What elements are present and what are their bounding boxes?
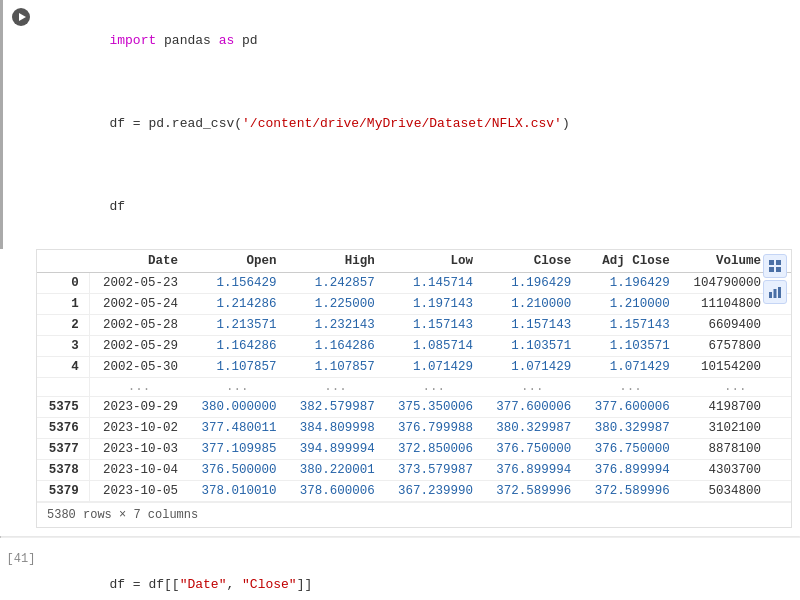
ellipsis-cell: ...	[188, 377, 286, 396]
ellipsis-cell: ...	[483, 377, 581, 396]
cell-number: 380.220001	[300, 463, 375, 477]
cell-numeric: 1.156429	[188, 272, 286, 293]
row-index: 2	[37, 314, 89, 335]
svg-rect-2	[769, 267, 774, 272]
cell-number: 1.213571	[216, 318, 276, 332]
cell-numeric: 1.157143	[385, 314, 483, 335]
cell-date: 2023-10-05	[89, 480, 188, 501]
cell-number: 375.350006	[398, 400, 473, 414]
row-index: 5378	[37, 459, 89, 480]
table-view-icon[interactable]	[763, 254, 787, 278]
cell-date: 2023-09-29	[89, 396, 188, 417]
code-text: pandas	[156, 33, 218, 48]
cell-date: 2023-10-04	[89, 459, 188, 480]
cell-numeric: 382.579987	[286, 396, 384, 417]
cell-numeric: 367.239990	[385, 480, 483, 501]
cell-number: 378.010010	[201, 484, 276, 498]
code-cell-40: import pandas as pd df = pd.read_csv('/c…	[0, 0, 800, 249]
cell-number: 1.103571	[610, 339, 670, 353]
code-cell-41: [41] df = df[["Date", "Close"]]	[0, 544, 800, 600]
ellipsis-row: .....................	[37, 377, 791, 396]
run-icon[interactable]	[12, 8, 30, 26]
cell-numeric: 1.071429	[483, 356, 581, 377]
cell-number: 1.232143	[315, 318, 375, 332]
svg-rect-5	[774, 289, 777, 298]
table-row: 32002-05-291.1642861.1642861.0857141.103…	[37, 335, 791, 356]
code-line-1: import pandas as pd	[47, 10, 792, 72]
row-index: 3	[37, 335, 89, 356]
cell-numeric: 376.799988	[385, 417, 483, 438]
row-count-label: 5380 rows × 7 columns	[37, 502, 791, 527]
table-row: 02002-05-231.1564291.2428571.1457141.196…	[37, 272, 791, 293]
code-block-41: df = df[["Date", "Close"]]	[39, 550, 800, 600]
col-header-low: Low	[385, 250, 483, 273]
cell-number: 1.107857	[216, 360, 276, 374]
cell-numeric: 376.500000	[188, 459, 286, 480]
dataframe-table: Date Open High Low Close Adj Close Volum…	[37, 250, 791, 502]
row-index: 5379	[37, 480, 89, 501]
cell-number: 1.103571	[511, 339, 571, 353]
cell-numeric: 378.600006	[286, 480, 384, 501]
cell-number: 376.750000	[595, 442, 670, 456]
col-header-open: Open	[188, 250, 286, 273]
ellipsis-cell: ...	[680, 377, 791, 396]
cell-numeric: 376.899994	[483, 459, 581, 480]
cell-number: 1.071429	[413, 360, 473, 374]
svg-rect-1	[776, 260, 781, 265]
string-date: "Date"	[180, 577, 227, 592]
cell-number: 377.600006	[496, 400, 571, 414]
cell-number: 376.899994	[496, 463, 571, 477]
cell-number: 384.809998	[300, 421, 375, 435]
cell-number: 1.157143	[511, 318, 571, 332]
table-row: 53782023-10-04376.500000380.220001373.57…	[37, 459, 791, 480]
dataframe-output: Date Open High Low Close Adj Close Volum…	[36, 249, 792, 528]
chart-view-icon[interactable]	[763, 280, 787, 304]
svg-rect-6	[778, 287, 781, 298]
col-header-adj-close: Adj Close	[581, 250, 679, 273]
cell-numeric: 372.850006	[385, 438, 483, 459]
cell-numeric: 1.107857	[188, 356, 286, 377]
cell-date: 2002-05-30	[89, 356, 188, 377]
cell-numeric: 380.220001	[286, 459, 384, 480]
cell-number: 1.210000	[511, 297, 571, 311]
cell-numeric: 372.589996	[581, 480, 679, 501]
string-path: '/content/drive/MyDrive/Dataset/NFLX.csv…	[242, 116, 562, 131]
code-text: df	[109, 199, 125, 214]
table-row: 53762023-10-02377.480011384.809998376.79…	[37, 417, 791, 438]
cell-volume: 4303700	[680, 459, 791, 480]
row-index: 1	[37, 293, 89, 314]
code-text: pd	[234, 33, 257, 48]
code-line-3: df = pd.read_csv('/content/drive/MyDrive…	[47, 93, 792, 155]
cell-numeric: 377.600006	[483, 396, 581, 417]
row-index: 5376	[37, 417, 89, 438]
ellipsis-cell: ...	[581, 377, 679, 396]
cell-numeric: 1.210000	[483, 293, 581, 314]
cell-volume: 5034800	[680, 480, 791, 501]
cell-date: 2002-05-29	[89, 335, 188, 356]
code-block-40: import pandas as pd df = pd.read_csv('/c…	[39, 6, 800, 243]
cell-numeric: 1.196429	[581, 272, 679, 293]
cell-number: 1.225000	[315, 297, 375, 311]
cell-number: 380.329987	[496, 421, 571, 435]
cell-number: 1.210000	[610, 297, 670, 311]
cell-numeric: 1.196429	[483, 272, 581, 293]
cell-numeric: 376.750000	[483, 438, 581, 459]
cell-numeric: 1.157143	[581, 314, 679, 335]
cell-date: 2002-05-28	[89, 314, 188, 335]
cell-date: 2002-05-23	[89, 272, 188, 293]
ellipsis-cell: ...	[385, 377, 483, 396]
cell-number: 380.000000	[201, 400, 276, 414]
cell-number: 1.145714	[413, 276, 473, 290]
cell-number: 372.850006	[398, 442, 473, 456]
cell-numeric: 1.164286	[188, 335, 286, 356]
table-row: 53772023-10-03377.109985394.899994372.85…	[37, 438, 791, 459]
cell-number: 394.899994	[300, 442, 375, 456]
run-button[interactable]	[3, 6, 39, 26]
cell-numeric: 377.109985	[188, 438, 286, 459]
col-header-date: Date	[89, 250, 188, 273]
table-row: 12002-05-241.2142861.2250001.1971431.210…	[37, 293, 791, 314]
ellipsis-cell	[37, 377, 89, 396]
cell-numeric: 1.103571	[483, 335, 581, 356]
cell-numeric: 380.329987	[581, 417, 679, 438]
ellipsis-cell: ...	[89, 377, 188, 396]
